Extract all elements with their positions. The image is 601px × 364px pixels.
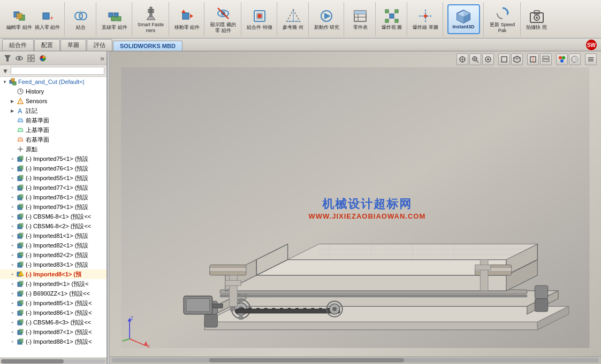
tree-item[interactable]: + (-) CBSM6-8<2> (預設<<: [0, 221, 106, 231]
tree-expand-btn[interactable]: +: [9, 338, 16, 345]
tree-expand-btn[interactable]: +: [9, 242, 16, 249]
tree-expand-btn[interactable]: +: [9, 213, 16, 220]
svg-rect-95: [19, 233, 23, 237]
panel-expand-icon[interactable]: »: [100, 54, 104, 63]
tree-item[interactable]: + (-) Imported85<1> (預設<: [0, 298, 106, 308]
tree-item[interactable]: + (-) Imported81<1> (預設: [0, 231, 106, 241]
tree-annotations-expand[interactable]: ▶: [9, 107, 16, 114]
tree-item[interactable]: + (-) Imported75<1> (預設: [0, 154, 106, 164]
viewport-scrollbar[interactable]: [110, 357, 601, 364]
tree-expand-btn[interactable]: +: [9, 299, 16, 307]
capture-button[interactable]: 拍攝快 照: [525, 6, 549, 32]
tree-expand-btn[interactable]: +: [9, 251, 16, 259]
tree-item[interactable]: + (-) CBSM6-8<3> (預設<<: [0, 317, 106, 327]
viewport[interactable]: 机械设计超标网 WWW.JIXIEZAOBIAOWAN.COM Z X: [110, 51, 601, 364]
tree-item[interactable]: + (-) Imported82<2> (預設: [0, 250, 106, 260]
assembly-features-button[interactable]: 組合件 特徵: [246, 6, 273, 32]
tree-item[interactable]: + (-) Imported87<1> (預設<: [0, 327, 106, 337]
view-toolbar-button[interactable]: [540, 53, 552, 65]
tree-item[interactable]: + (-) Imported88<1> (預設<: [0, 337, 106, 346]
tree-expand-btn[interactable]: +: [9, 165, 16, 172]
tree-expand-btn[interactable]: +: [9, 319, 16, 326]
tree-top-plane-item[interactable]: 上基準面: [0, 125, 106, 135]
appearance-button[interactable]: [556, 53, 568, 65]
view-iso-button[interactable]: [511, 53, 523, 65]
tree-item[interactable]: + (-) Imported86<1> (預設<: [0, 308, 106, 317]
tab-assembly[interactable]: 組合件: [2, 39, 34, 51]
tree-origin-item[interactable]: 原點: [0, 144, 106, 154]
tab-sketch[interactable]: 草圖: [60, 39, 86, 51]
tree-front-plane-label: 前基準面: [26, 117, 49, 125]
tree-expand-btn[interactable]: +: [9, 155, 16, 162]
linear-parts-button[interactable]: 直線零 組件: [101, 6, 128, 32]
view-settings-button[interactable]: [482, 53, 494, 65]
options-button[interactable]: [585, 53, 597, 65]
filter-input[interactable]: [11, 67, 104, 75]
section-view-button[interactable]: [527, 53, 539, 65]
tree-item[interactable]: + (-) Imported78<1> (預設: [0, 192, 106, 202]
zoom-button[interactable]: [469, 53, 481, 65]
filter-icon[interactable]: [2, 53, 13, 64]
update-speedpak-button[interactable]: 更新 SpeedPak: [488, 4, 517, 35]
tree-expand-btn[interactable]: +: [9, 280, 16, 288]
svg-text:Z: Z: [131, 316, 133, 321]
tree-history-item[interactable]: History: [0, 87, 106, 96]
svg-rect-34: [354, 11, 366, 14]
tree-item[interactable]: + (-) Imported79<1> (預設: [0, 202, 106, 212]
tree-item[interactable]: + (-) Imported9<1> (預設<: [0, 279, 106, 289]
tree-expand-btn[interactable]: +: [9, 261, 16, 268]
tree-expand-btn[interactable]: +: [9, 184, 16, 191]
tree-expand-btn[interactable]: +: [9, 203, 16, 211]
tree-item-warning[interactable]: + ! (-) Imported8<1> (預: [0, 269, 106, 279]
annotation-icon: A: [16, 106, 25, 115]
tree-label: (-) Imported81<1> (預設: [26, 232, 88, 240]
tree-horizontal-scrollbar[interactable]: [0, 358, 106, 364]
tree-root-item[interactable]: ▼ Feed_and_Cut (Default<|: [0, 77, 106, 87]
combine-button[interactable]: 結合: [69, 6, 93, 32]
tree-item[interactable]: + (-) Imported77<1> (預設: [0, 183, 106, 192]
tab-solidworks-mbd[interactable]: SOLIDWORKS MBD: [113, 41, 182, 51]
parts-table-button[interactable]: 零件表: [348, 6, 372, 32]
tree-expand-btn[interactable]: +: [9, 193, 16, 201]
tree-sensors-item[interactable]: ▶ ! Sensors: [0, 96, 106, 106]
tree-sensors-expand[interactable]: ▶: [9, 97, 16, 105]
view-front-button[interactable]: [498, 53, 510, 65]
explode-line-button[interactable]: 爆炸線 草圖: [412, 6, 439, 32]
show-hide-button[interactable]: 顯示隱 藏的零 組件: [209, 4, 238, 35]
tree-item[interactable]: + (-) CBSM6-8<1> (預設<<: [0, 212, 106, 221]
tree-annotations-item[interactable]: ▶ A 註記: [0, 106, 106, 115]
tab-layout[interactable]: 配置: [34, 39, 60, 51]
tree-right-plane-item[interactable]: 右基準面: [0, 135, 106, 144]
edit-parts-button[interactable]: 編輯零 組件: [5, 6, 33, 32]
tree-item[interactable]: + (-) Imported76<1> (預設: [0, 164, 106, 173]
part-icon: [16, 337, 25, 346]
instant3d-button[interactable]: Instant3D: [447, 4, 480, 34]
grid-icon[interactable]: [26, 53, 36, 64]
explode-view-button[interactable]: 爆炸視 圖: [380, 6, 404, 32]
part-icon: [16, 308, 25, 317]
move-parts-button[interactable]: 移動零 組件: [173, 6, 201, 32]
tree-item[interactable]: + (-) B6900ZZ<1> (預設<<: [0, 289, 106, 298]
new-motion-button[interactable]: 新動作 研究: [313, 6, 341, 32]
ref-geometry-button[interactable]: 參考幾 何: [282, 6, 305, 32]
tree-expand-btn[interactable]: +: [9, 232, 16, 239]
tree-front-plane-item[interactable]: 前基準面: [0, 115, 106, 125]
tab-evaluate[interactable]: 評估: [87, 39, 112, 51]
zoom-to-fit-button[interactable]: [457, 53, 468, 65]
tree-expand-btn[interactable]: +: [9, 328, 16, 336]
tree-expand-btn[interactable]: +: [9, 174, 16, 182]
realview-button[interactable]: [569, 53, 581, 65]
smart-fasteners-button[interactable]: Smart Fasteners: [136, 4, 165, 35]
svg-line-40: [389, 13, 390, 14]
tree-expand-btn[interactable]: +: [9, 290, 16, 297]
insert-parts-button[interactable]: + 插入零 組件: [34, 6, 62, 32]
tree-expand-btn[interactable]: +: [9, 270, 16, 278]
tree-expand-btn[interactable]: +: [9, 309, 16, 316]
color-icon[interactable]: [37, 53, 48, 64]
tree-expand-btn[interactable]: +: [9, 222, 16, 230]
visibility-icon[interactable]: [14, 53, 25, 64]
tree-item[interactable]: + (-) Imported82<1> (預設: [0, 241, 106, 250]
tree-item[interactable]: + (-) Imported55<1> (預設: [0, 173, 106, 183]
tree-expand-root[interactable]: ▼: [1, 78, 9, 86]
tree-item[interactable]: + (-) Imported83<1> (預設: [0, 260, 106, 269]
